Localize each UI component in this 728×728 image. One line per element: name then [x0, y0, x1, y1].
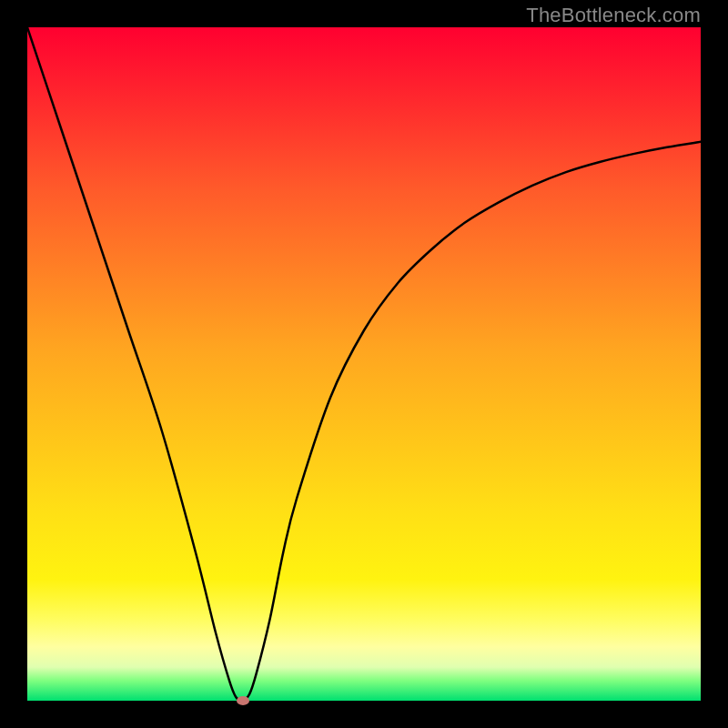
watermark-text: TheBottleneck.com [526, 4, 701, 27]
minimum-marker [237, 696, 249, 705]
curve-svg [27, 27, 701, 701]
plot-area [27, 27, 701, 701]
chart-frame: TheBottleneck.com [0, 0, 728, 728]
bottleneck-curve [27, 27, 701, 701]
